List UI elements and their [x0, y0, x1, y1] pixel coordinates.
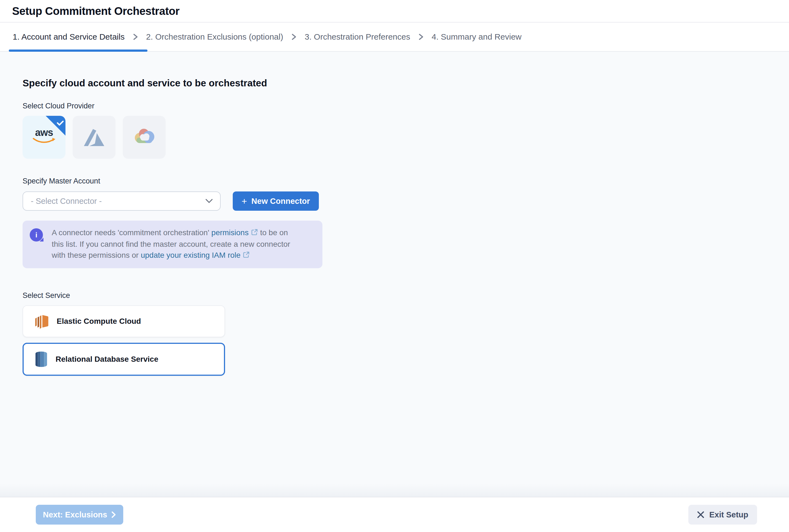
provider-tile-gcp[interactable]: [123, 116, 166, 159]
wizard-step-tabs: 1. Account and Service Details 2. Orches…: [0, 22, 789, 52]
chevron-down-icon: [205, 198, 213, 204]
active-tab-underline: [9, 50, 148, 52]
info-text-segment: A connector needs 'commitment orchestrat…: [52, 228, 211, 237]
azure-icon: [82, 126, 106, 149]
section-heading: Specify cloud account and service to be …: [22, 78, 789, 89]
step-content: Specify cloud account and service to be …: [0, 52, 789, 497]
page-title: Setup Commitment Orchestrator: [12, 5, 180, 17]
tab-orchestration-preferences[interactable]: 3. Orchestration Preferences: [304, 32, 410, 41]
tab-summary-and-review[interactable]: 4. Summary and Review: [432, 32, 522, 41]
gcp-icon: [132, 127, 157, 148]
connector-select-placeholder: - Select Connector -: [31, 197, 102, 206]
next-button-label: Next: Exclusions: [43, 510, 107, 519]
aws-smile-icon: [32, 137, 56, 144]
service-card-ec2[interactable]: Elastic Compute Cloud: [22, 305, 225, 337]
external-link-icon: [243, 250, 250, 261]
plus-icon: +: [242, 196, 247, 206]
chevron-right-icon: [418, 33, 424, 41]
ec2-icon: [34, 313, 50, 329]
service-card-label: Relational Database Service: [56, 355, 158, 364]
select-service-label: Select Service: [22, 291, 789, 300]
new-connector-label: New Connector: [251, 197, 310, 206]
chevron-right-icon: [132, 33, 138, 41]
provider-tile-aws[interactable]: aws: [22, 116, 65, 159]
header: Setup Commitment Orchestrator: [0, 0, 789, 22]
tab-account-and-service-details[interactable]: 1. Account and Service Details: [13, 32, 125, 41]
next-exclusions-button[interactable]: Next: Exclusions: [36, 505, 123, 525]
service-card-rds[interactable]: Relational Database Service: [22, 343, 225, 376]
cloud-provider-tiles: aws: [22, 116, 789, 159]
connector-select[interactable]: - Select Connector -: [22, 191, 221, 211]
chevron-right-icon: [111, 511, 116, 518]
info-text: A connector needs 'commitment orchestrat…: [52, 227, 290, 261]
info-text-segment: with these permissions or: [52, 251, 141, 260]
check-icon: [57, 118, 64, 128]
exit-button-label: Exit Setup: [709, 510, 748, 519]
permissions-link[interactable]: permisions: [211, 228, 258, 237]
update-iam-role-link[interactable]: update your existing IAM role: [141, 251, 250, 260]
aws-logo: aws: [32, 128, 56, 144]
wizard-footer: Next: Exclusions Exit Setup: [0, 497, 789, 532]
exit-setup-button[interactable]: Exit Setup: [688, 505, 757, 525]
tab-orchestration-exclusions[interactable]: 2. Orchestration Exclusions (optional): [146, 32, 283, 41]
service-card-label: Elastic Compute Cloud: [57, 317, 141, 326]
info-icon: i: [30, 228, 43, 242]
new-connector-button[interactable]: + New Connector: [233, 191, 319, 211]
external-link-icon: [251, 228, 258, 239]
rds-icon: [34, 351, 49, 367]
connector-row: - Select Connector - + New Connector: [22, 191, 789, 211]
close-icon: [697, 511, 704, 518]
cloud-provider-label: Select Cloud Provider: [22, 102, 789, 110]
provider-tile-azure[interactable]: [73, 116, 115, 159]
info-text-segment: this list. If you cannot find the master…: [52, 240, 290, 248]
info-banner: i A connector needs 'commitment orchestr…: [22, 221, 322, 268]
setup-commitment-orchestrator-page: Setup Commitment Orchestrator 1. Account…: [0, 0, 789, 532]
info-text-segment: to be on: [258, 228, 288, 237]
chevron-right-icon: [291, 33, 297, 41]
master-account-label: Specify Master Account: [22, 177, 789, 185]
